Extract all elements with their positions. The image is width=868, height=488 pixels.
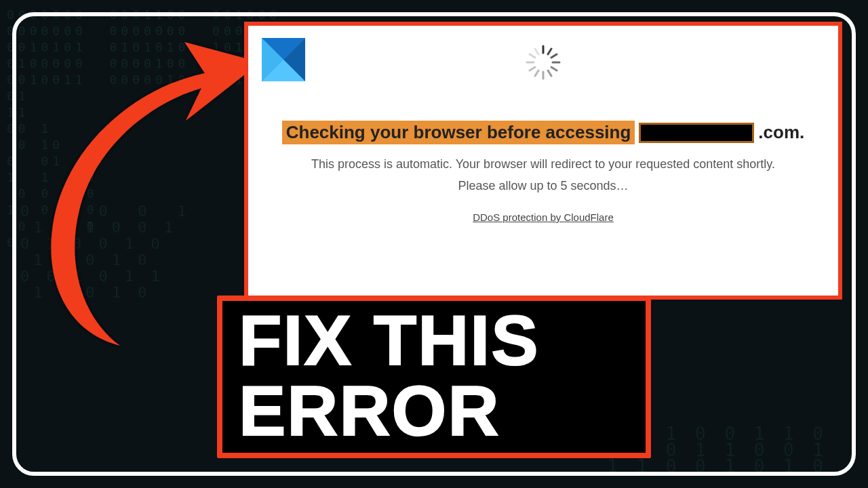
subtext-line2: Please allow up to 5 seconds… <box>248 175 838 197</box>
ddos-protection-link[interactable]: DDoS protection by CloudFlare <box>248 211 838 223</box>
thumbnail-title-banner: FIX THIS ERROR <box>217 296 651 458</box>
svg-line-15 <box>530 54 535 58</box>
svg-line-9 <box>551 67 557 70</box>
redacted-domain <box>639 123 754 143</box>
svg-line-6 <box>548 49 551 54</box>
subtext-line1: This process is automatic. Your browser … <box>248 153 838 175</box>
headline-suffix: .com. <box>758 122 804 143</box>
svg-line-16 <box>535 49 538 54</box>
check-subtext: This process is automatic. Your browser … <box>248 153 838 197</box>
windowsclub-logo-icon <box>262 38 305 81</box>
svg-line-7 <box>551 54 557 58</box>
thumbnail-title-text: FIX THIS ERROR <box>239 305 629 446</box>
check-headline: Checking your browser before accessing .… <box>259 121 827 144</box>
svg-line-13 <box>530 67 535 70</box>
loading-spinner-icon <box>523 42 564 83</box>
svg-line-12 <box>535 70 538 76</box>
svg-line-10 <box>548 70 551 76</box>
cloudflare-check-panel: Checking your browser before accessing .… <box>244 22 842 300</box>
headline-highlight: Checking your browser before accessing <box>282 121 635 144</box>
